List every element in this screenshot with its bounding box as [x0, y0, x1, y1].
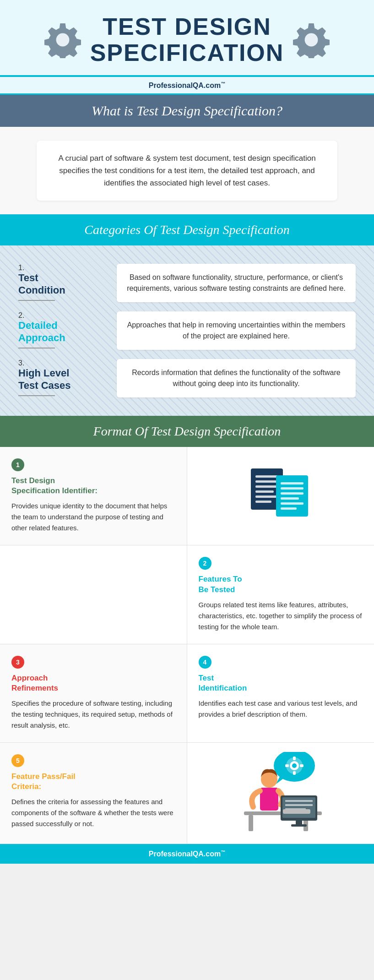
category-left-1: 1. TestCondition — [18, 264, 110, 301]
category-item-2: 2. DetailedApproach Approaches that help… — [18, 311, 356, 350]
format-desc-4: Identifies each test case and various te… — [199, 698, 363, 720]
svg-rect-26 — [260, 788, 278, 811]
svg-rect-13 — [281, 497, 299, 500]
gear-icon-left — [44, 22, 81, 58]
step-number-2: 2 — [199, 557, 211, 570]
category-desc-2: Approaches that help in removing uncerta… — [117, 311, 356, 350]
step-number-1: 1 — [11, 458, 24, 471]
format-cell-approach: 3 ApproachRefinements Specifies the proc… — [0, 644, 187, 743]
document-icon — [246, 464, 315, 528]
category-desc-1: Based on software functionality, structu… — [117, 264, 356, 302]
category-item-1: 1. TestCondition Based on software funct… — [18, 264, 356, 302]
svg-rect-15 — [281, 507, 297, 510]
footer: ProfessionalQA.com™ — [0, 844, 374, 864]
header: TEST DESIGN SPECIFICATION — [0, 0, 374, 77]
format-cell-features: 2 Features ToBe Tested Groups related te… — [187, 545, 374, 644]
format-cell-passfail: 5 Feature Pass/FailCriteria: Defines the… — [0, 743, 187, 844]
format-cell-2-image — [187, 447, 374, 545]
svg-rect-5 — [255, 485, 278, 488]
svg-rect-14 — [281, 502, 304, 505]
categories-bg: 1. TestCondition Based on software funct… — [0, 245, 374, 416]
format-desc-3: Specifies the procedure of software test… — [11, 698, 175, 731]
svg-rect-22 — [293, 771, 296, 775]
category-number-2: 2. — [18, 311, 24, 319]
category-name-3: High LevelTest Cases — [18, 367, 105, 392]
category-left-2: 2. DetailedApproach — [18, 311, 110, 348]
svg-rect-6 — [255, 490, 274, 493]
format-heading: Format Of Test Design Specification — [0, 424, 374, 439]
step-number-4: 4 — [199, 656, 211, 669]
description-box: A crucial part of software & system test… — [0, 127, 374, 215]
format-title-5: Feature Pass/FailCriteria: — [11, 772, 175, 792]
format-desc-5: Defines the criteria for assessing the f… — [11, 796, 175, 829]
svg-rect-3 — [255, 475, 278, 478]
category-left-3: 3. High LevelTest Cases — [18, 359, 110, 396]
format-desc-2: Groups related test items like features,… — [199, 599, 363, 632]
svg-rect-4 — [255, 480, 278, 483]
footer-brand: ProfessionalQA.com™ — [149, 850, 225, 858]
category-divider-2 — [18, 348, 55, 348]
svg-rect-8 — [255, 501, 271, 503]
format-cell-1: 1 Test DesignSpecification Identifier: P… — [0, 447, 187, 545]
what-is-section: What is Test Design Specification? — [0, 95, 374, 127]
svg-rect-12 — [281, 492, 304, 495]
svg-rect-36 — [291, 824, 307, 827]
category-desc-3: Records information that defines the fun… — [117, 359, 356, 397]
category-name-2: DetailedApproach — [18, 320, 105, 344]
category-item-3: 3. High LevelTest Cases Records informat… — [18, 359, 356, 397]
what-is-heading: What is Test Design Specification? — [0, 103, 374, 119]
header-title: TEST DESIGN SPECIFICATION — [90, 14, 284, 66]
category-divider-1 — [18, 300, 55, 301]
svg-rect-24 — [300, 764, 304, 767]
main-title: TEST DESIGN SPECIFICATION — [90, 14, 284, 66]
categories-section: Categories Of Test Design Specification — [0, 214, 374, 245]
format-cell-illustration — [187, 743, 374, 844]
format-grid: 1 Test DesignSpecification Identifier: P… — [0, 447, 374, 844]
svg-point-20 — [292, 763, 297, 768]
brand-bar: ProfessionalQA.com™ — [0, 77, 374, 94]
svg-rect-37 — [283, 809, 310, 814]
svg-rect-32 — [285, 800, 313, 802]
svg-rect-10 — [281, 482, 304, 485]
format-section: Format Of Test Design Specification — [0, 416, 374, 447]
svg-rect-7 — [255, 495, 278, 498]
format-title-3: ApproachRefinements — [11, 673, 175, 693]
format-title-1: Test DesignSpecification Identifier: — [11, 476, 175, 496]
format-desc-1: Provides unique identity to the document… — [11, 501, 175, 534]
svg-rect-21 — [293, 757, 296, 760]
brand-name: ProfessionalQA.com™ — [149, 82, 225, 89]
format-title-4: TestIdentification — [199, 673, 363, 693]
gear-icon-right — [293, 22, 330, 58]
svg-rect-23 — [285, 764, 289, 767]
category-number-1: 1. — [18, 264, 24, 272]
svg-rect-28 — [249, 815, 253, 831]
svg-rect-9 — [276, 475, 308, 517]
format-cell-test-id: 4 TestIdentification Identifies each tes… — [187, 644, 374, 743]
what-is-description: A crucial part of software & system test… — [37, 141, 337, 201]
format-cell-3 — [0, 545, 187, 644]
category-number-3: 3. — [18, 359, 24, 367]
person-computer-illustration — [235, 752, 326, 834]
svg-point-1 — [305, 33, 318, 47]
format-title-2: Features ToBe Tested — [199, 574, 363, 594]
step-number-5: 5 — [11, 754, 24, 767]
category-name-1: TestCondition — [18, 272, 105, 296]
step-number-3: 3 — [11, 656, 24, 669]
category-divider-3 — [18, 395, 55, 396]
svg-rect-11 — [281, 487, 304, 490]
svg-point-0 — [56, 33, 69, 47]
svg-rect-33 — [285, 804, 313, 806]
categories-heading: Categories Of Test Design Specification — [0, 223, 374, 237]
